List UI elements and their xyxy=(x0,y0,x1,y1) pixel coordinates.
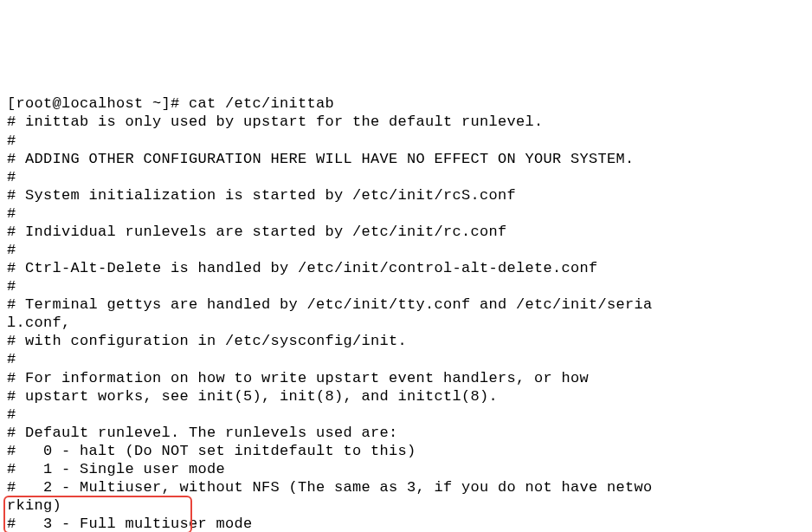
command-line: [root@localhost ~]# cat /etc/inittab xyxy=(7,94,805,113)
output-line: # with configuration in /etc/sysconfig/i… xyxy=(7,332,805,350)
command-text: cat /etc/inittab xyxy=(189,95,334,112)
output-line: # xyxy=(7,350,805,368)
output-line: # 1 - Single user mode xyxy=(7,460,805,478)
output-line: # Ctrl-Alt-Delete is handled by /etc/ini… xyxy=(7,259,805,277)
output-line: # xyxy=(7,241,805,259)
output-line: # 2 - Multiuser, without NFS (The same a… xyxy=(7,478,805,496)
output-line: # 0 - halt (Do NOT set initdefault to th… xyxy=(7,442,805,460)
output-line: l.conf, xyxy=(7,314,805,332)
output-line: # inittab is only used by upstart for th… xyxy=(7,113,805,131)
output-line: # For information on how to write upstar… xyxy=(7,369,805,387)
output-line: # 3 - Full multiuser mode xyxy=(7,515,805,532)
shell-prompt: [root@localhost ~]# xyxy=(7,95,189,112)
output-line: # System initialization is started by /e… xyxy=(7,186,805,204)
output-line: # xyxy=(7,277,805,295)
terminal-output: [root@localhost ~]# cat /etc/inittab# in… xyxy=(7,76,805,532)
output-line: # ADDING OTHER CONFIGURATION HERE WILL H… xyxy=(7,150,805,168)
output-line: # xyxy=(7,168,805,186)
output-line: # xyxy=(7,405,805,424)
output-line: rking) xyxy=(7,496,805,515)
output-line: # upstart works, see init(5), init(8), a… xyxy=(7,387,805,405)
output-line: # Default runlevel. The runlevels used a… xyxy=(7,424,805,442)
output-line: # xyxy=(7,132,805,150)
output-line: # xyxy=(7,204,805,223)
output-line: # Individual runlevels are started by /e… xyxy=(7,223,805,241)
output-line: # Terminal gettys are handled by /etc/in… xyxy=(7,295,805,314)
